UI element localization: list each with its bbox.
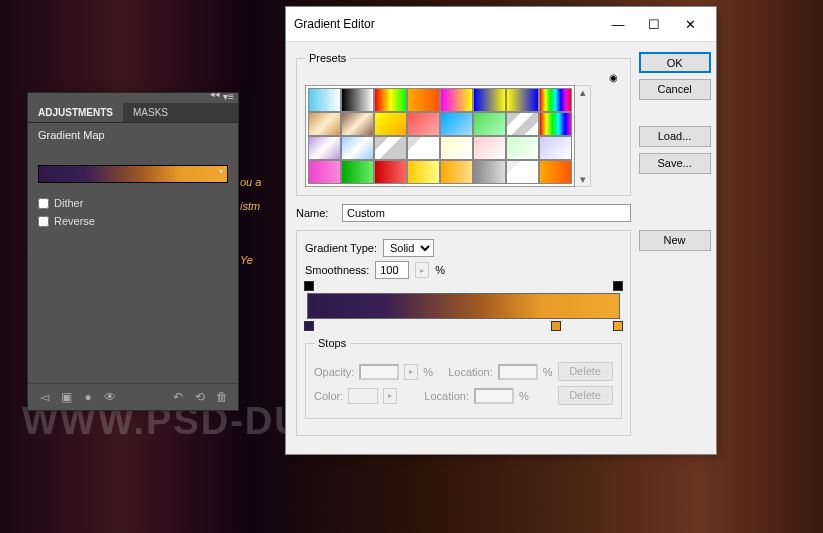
smoothness-label: Smoothness: (305, 264, 369, 276)
expand-icon[interactable]: ▣ (58, 389, 74, 405)
save-button[interactable]: Save... (639, 153, 711, 174)
load-button[interactable]: Load... (639, 126, 711, 147)
stops-fieldset: Stops Opacity: ▸ % Location: % Delete Co… (305, 337, 622, 419)
preset-grid (305, 85, 575, 187)
color-well (348, 388, 378, 404)
new-button[interactable]: New (639, 230, 711, 251)
name-label: Name: (296, 207, 336, 219)
color-arrow-icon: ▸ (383, 388, 397, 404)
location-label: Location: (448, 366, 493, 378)
preset-swatch[interactable] (440, 88, 473, 112)
ok-button[interactable]: OK (639, 52, 711, 73)
cancel-button[interactable]: Cancel (639, 79, 711, 100)
maximize-button[interactable]: ☐ (636, 13, 672, 35)
prev-icon[interactable]: ↶ (170, 389, 186, 405)
preset-swatch[interactable] (341, 136, 374, 160)
gradient-type-select[interactable]: Solid (383, 239, 434, 257)
preset-swatch[interactable] (440, 136, 473, 160)
preset-swatch[interactable] (374, 88, 407, 112)
gradient-preview[interactable] (38, 165, 228, 183)
name-input[interactable] (342, 204, 631, 222)
tab-masks[interactable]: MASKS (123, 103, 178, 122)
presets-label: Presets (305, 52, 350, 64)
preset-swatch[interactable] (341, 112, 374, 136)
preset-swatch[interactable] (341, 88, 374, 112)
opacity-location-input (498, 364, 538, 380)
minimize-button[interactable]: — (600, 13, 636, 35)
preset-swatch[interactable] (473, 136, 506, 160)
gradient-editor-bar[interactable] (307, 293, 620, 319)
dither-checkbox[interactable]: Dither (38, 197, 228, 209)
presets-scrollbar[interactable]: ▴▾ (575, 85, 591, 187)
preset-swatch[interactable] (407, 136, 440, 160)
opacity-input (359, 364, 399, 380)
preset-swatch[interactable] (407, 112, 440, 136)
preset-swatch[interactable] (506, 88, 539, 112)
adjustments-panel: ◂◂ ▾≡ ADJUSTMENTS MASKS Gradient Map Dit… (27, 92, 239, 411)
preset-swatch[interactable] (308, 136, 341, 160)
collapse-icon[interactable]: ◂◂ (210, 89, 220, 99)
panel-menu-icon[interactable]: ▾≡ (223, 91, 234, 102)
opacity-stop-left[interactable] (304, 281, 314, 291)
delete-opacity-button: Delete (558, 362, 613, 381)
dialog-title: Gradient Editor (294, 17, 600, 31)
clip-icon[interactable]: ● (80, 389, 96, 405)
preset-swatch[interactable] (539, 136, 572, 160)
preset-swatch[interactable] (407, 88, 440, 112)
bg-text-line: istm (240, 194, 261, 218)
preset-swatch[interactable] (341, 160, 374, 184)
color-stop-3[interactable] (613, 321, 623, 331)
preset-swatch[interactable] (308, 88, 341, 112)
preset-swatch[interactable] (407, 160, 440, 184)
visibility-icon[interactable]: 👁 (102, 389, 118, 405)
preset-swatch[interactable] (440, 160, 473, 184)
delete-color-button: Delete (558, 386, 613, 405)
preset-swatch[interactable] (374, 160, 407, 184)
bg-text-line: Ye (240, 248, 261, 272)
preset-swatch[interactable] (506, 136, 539, 160)
color-stop-1[interactable] (304, 321, 314, 331)
reverse-checkbox[interactable]: Reverse (38, 215, 228, 227)
panel-title: Gradient Map (28, 123, 238, 147)
color-stop-2[interactable] (551, 321, 561, 331)
preset-swatch[interactable] (539, 112, 572, 136)
presets-fieldset: Presets ◉ ▴▾ (296, 52, 631, 196)
preset-swatch[interactable] (308, 112, 341, 136)
location-label-2: Location: (424, 390, 469, 402)
percent-label: % (435, 264, 445, 276)
preset-swatch[interactable] (308, 160, 341, 184)
opacity-label: Opacity: (314, 366, 354, 378)
opacity-arrow-icon: ▸ (404, 364, 418, 380)
opacity-stop-right[interactable] (613, 281, 623, 291)
reset-icon[interactable]: ⟲ (192, 389, 208, 405)
preset-swatch[interactable] (539, 88, 572, 112)
tab-adjustments[interactable]: ADJUSTMENTS (28, 103, 123, 122)
preset-swatch[interactable] (473, 88, 506, 112)
color-location-input (474, 388, 514, 404)
close-button[interactable]: ✕ (672, 13, 708, 35)
preset-swatch[interactable] (440, 112, 473, 136)
preset-swatch[interactable] (374, 136, 407, 160)
bg-text-line: ou a (240, 170, 261, 194)
preset-swatch[interactable] (473, 112, 506, 136)
preset-swatch[interactable] (506, 160, 539, 184)
preset-swatch[interactable] (539, 160, 572, 184)
panel-icon-row: ◅ ▣ ● 👁 ↶ ⟲ 🗑 (28, 383, 238, 410)
delete-icon[interactable]: 🗑 (214, 389, 230, 405)
smoothness-input[interactable] (375, 261, 409, 279)
back-icon[interactable]: ◅ (36, 389, 52, 405)
preset-swatch[interactable] (506, 112, 539, 136)
smoothness-dropdown-icon[interactable]: ▸ (415, 262, 429, 278)
presets-menu-icon[interactable]: ◉ (609, 72, 618, 83)
stops-label: Stops (314, 337, 350, 349)
gradient-type-fieldset: Gradient Type: Solid Smoothness: ▸ % (296, 230, 631, 436)
gradient-type-label: Gradient Type: (305, 242, 377, 254)
preset-swatch[interactable] (473, 160, 506, 184)
preset-swatch[interactable] (374, 112, 407, 136)
color-label: Color: (314, 390, 343, 402)
gradient-editor-dialog: Gradient Editor — ☐ ✕ Presets ◉ ▴▾ Name:… (285, 6, 717, 455)
